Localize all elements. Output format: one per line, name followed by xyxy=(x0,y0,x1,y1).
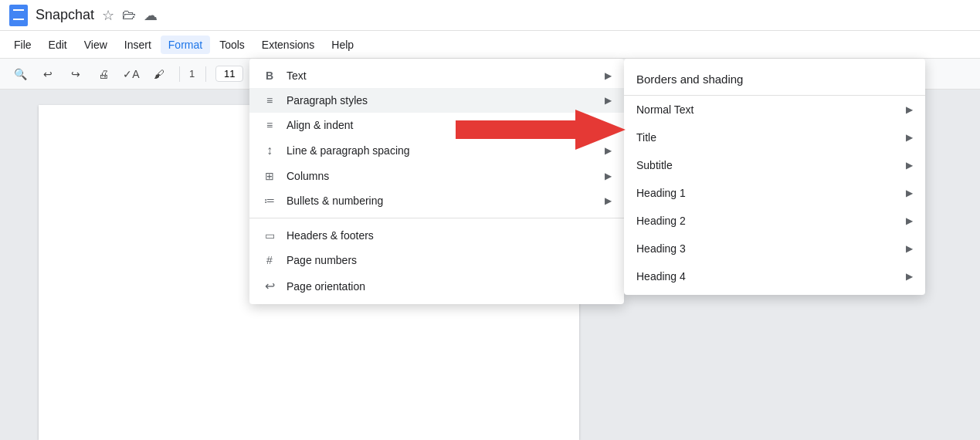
format-menu-line-spacing[interactable]: ↕ Line & paragraph spacing ▶ xyxy=(249,137,624,164)
docs-app-icon xyxy=(9,5,28,26)
align-indent-icon: ≡ xyxy=(262,119,277,131)
bold-icon: B xyxy=(262,69,277,82)
paragraph-styles-label: Paragraph styles xyxy=(287,94,595,107)
menu-help[interactable]: Help xyxy=(324,36,361,54)
borders-shading-label: Borders and shading xyxy=(636,73,913,86)
normal-text-label: Normal Text xyxy=(636,103,906,116)
para-menu-title[interactable]: Title ▶ xyxy=(624,124,925,151)
columns-icon: ⊞ xyxy=(262,170,277,182)
submenu-arrow-paragraph: ▶ xyxy=(605,95,612,106)
cloud-icon[interactable]: ☁ xyxy=(144,7,158,24)
heading4-label: Heading 4 xyxy=(636,270,906,283)
menu-format[interactable]: Format xyxy=(161,36,210,54)
line-spacing-label: Line & paragraph spacing xyxy=(287,144,595,157)
menu-view[interactable]: View xyxy=(76,36,115,54)
para-menu-heading3[interactable]: Heading 3 ▶ xyxy=(624,235,925,262)
bullets-label: Bullets & numbering xyxy=(287,195,595,207)
font-size-input[interactable]: 11 xyxy=(215,66,243,82)
bullets-icon: ≔ xyxy=(262,195,277,207)
line-spacing-icon: ↕ xyxy=(262,144,277,157)
heading1-label: Heading 1 xyxy=(636,187,906,199)
print-button[interactable]: 🖨 xyxy=(93,63,114,85)
columns-label: Columns xyxy=(287,170,595,182)
format-menu-text[interactable]: B Text ▶ xyxy=(249,63,624,88)
submenu-arrow-normal: ▶ xyxy=(906,104,913,115)
title-bar: Snapchat ☆ 🗁 ☁ xyxy=(0,0,980,31)
submenu-arrow-bullets: ▶ xyxy=(605,195,612,206)
headers-footers-icon: ▭ xyxy=(262,229,277,242)
menu-tools[interactable]: Tools xyxy=(212,36,253,54)
submenu-arrow-subtitle: ▶ xyxy=(906,160,913,171)
paragraph-styles-icon: ≡ xyxy=(262,94,277,107)
para-menu-heading4[interactable]: Heading 4 ▶ xyxy=(624,262,925,290)
undo-button[interactable]: ↩ xyxy=(37,63,59,85)
folder-icon[interactable]: 🗁 xyxy=(122,7,136,23)
submenu-arrow-h2: ▶ xyxy=(906,215,913,226)
toolbar-divider-1 xyxy=(179,66,180,82)
toolbar-divider-2 xyxy=(205,66,206,82)
format-menu-columns[interactable]: ⊞ Columns ▶ xyxy=(249,164,624,188)
title-action-icons: ☆ 🗁 ☁ xyxy=(102,7,158,24)
redo-button[interactable]: ↪ xyxy=(65,63,86,85)
para-menu-subtitle[interactable]: Subtitle ▶ xyxy=(624,151,925,179)
submenu-arrow-spacing: ▶ xyxy=(605,145,612,156)
menu-extensions[interactable]: Extensions xyxy=(254,36,322,54)
paragraph-styles-submenu: Borders and shading Normal Text ▶ Title … xyxy=(624,59,925,295)
format-menu-page-orientation[interactable]: ↩ Page orientation xyxy=(249,272,624,300)
search-button[interactable]: 🔍 xyxy=(9,63,31,85)
document-title[interactable]: Snapchat xyxy=(36,7,94,23)
format-dropdown-menu: B Text ▶ ≡ Paragraph styles ▶ ≡ Align & … xyxy=(249,59,624,304)
format-menu-bullets[interactable]: ≔ Bullets & numbering ▶ xyxy=(249,188,624,213)
paint-format-button[interactable]: 🖌 xyxy=(148,63,170,85)
submenu-arrow-h3: ▶ xyxy=(906,243,913,254)
star-icon[interactable]: ☆ xyxy=(102,7,114,24)
submenu-arrow-align: ▶ xyxy=(605,120,612,130)
menu-insert[interactable]: Insert xyxy=(117,36,159,54)
para-menu-normal-text[interactable]: Normal Text ▶ xyxy=(624,96,925,124)
para-menu-heading2[interactable]: Heading 2 ▶ xyxy=(624,207,925,235)
format-menu-page-numbers[interactable]: # Page numbers xyxy=(249,248,624,272)
page-orientation-icon: ↩ xyxy=(262,279,277,293)
format-menu-headers-footers[interactable]: ▭ Headers & footers xyxy=(249,223,624,248)
menu-bar: File Edit View Insert Format Tools Exten… xyxy=(0,31,980,59)
format-text-label: Text xyxy=(287,69,595,82)
page-orientation-label: Page orientation xyxy=(287,280,612,293)
heading3-label: Heading 3 xyxy=(636,242,906,255)
format-menu-align-indent[interactable]: ≡ Align & indent ▶ xyxy=(249,113,624,137)
menu-separator-1 xyxy=(249,218,624,218)
spell-check-button[interactable]: ✓A xyxy=(120,63,142,85)
page-numbers-icon: # xyxy=(262,254,277,266)
title-label: Title xyxy=(636,131,906,144)
subtitle-label: Subtitle xyxy=(636,159,906,171)
submenu-arrow-columns: ▶ xyxy=(605,171,612,181)
headers-footers-label: Headers & footers xyxy=(287,229,612,242)
submenu-arrow-h4: ▶ xyxy=(906,271,913,282)
para-menu-borders-shading[interactable]: Borders and shading xyxy=(624,63,925,96)
menu-file[interactable]: File xyxy=(6,36,39,54)
page-numbers-label: Page numbers xyxy=(287,254,612,266)
submenu-arrow-text: ▶ xyxy=(605,70,612,81)
submenu-arrow-title: ▶ xyxy=(906,132,913,143)
heading2-label: Heading 2 xyxy=(636,215,906,227)
submenu-arrow-h1: ▶ xyxy=(906,188,913,198)
format-menu-paragraph-styles[interactable]: ≡ Paragraph styles ▶ xyxy=(249,88,624,113)
para-menu-heading1[interactable]: Heading 1 ▶ xyxy=(624,179,925,207)
align-indent-label: Align & indent xyxy=(287,119,595,131)
menu-edit[interactable]: Edit xyxy=(41,36,75,54)
